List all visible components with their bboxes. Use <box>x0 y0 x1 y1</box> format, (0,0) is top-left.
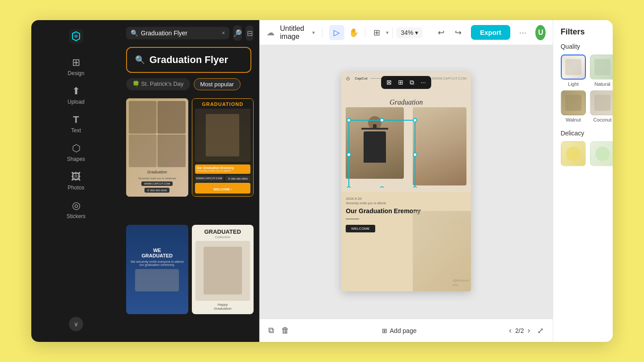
canvas-invite-text: Sincerely invite you to attend <box>346 202 466 205</box>
photos-icon: 🖼 <box>71 171 81 183</box>
canvas-logo-text: CapCut <box>355 76 367 80</box>
next-page-button[interactable]: › <box>527 326 530 335</box>
template-we-graduated: WEGRADUATED <box>142 248 173 258</box>
sidebar-item-shapes[interactable]: ⬡ Shapes <box>31 138 121 167</box>
topbar: ☁ Untitled image ▾ ▷ ✋ ⊞ ▾ 34% ▾ ↩ <box>259 20 553 45</box>
zoom-value: 34% <box>401 29 413 36</box>
quality-label: Quality <box>560 43 613 50</box>
delicacy-label: Delicacy <box>560 130 613 137</box>
handle-br[interactable] <box>413 186 417 188</box>
image-search-button[interactable]: 🔎 <box>233 25 242 41</box>
canvas-wrapper: ⊠ ⊞ ⧉ ··· CapCut <box>341 72 471 291</box>
sidebar: ⊞ Design ⬆ Upload T Text ⬡ Shapes 🖼 Phot… <box>31 20 121 342</box>
template-graduation-text: GRADUATIOND <box>195 101 251 107</box>
canvas-overlay-photo: Afternoontea. <box>413 211 471 291</box>
add-page-icon: ⊞ <box>382 327 387 334</box>
more-options-button[interactable]: ··· <box>516 27 530 38</box>
search-input[interactable] <box>141 29 219 37</box>
export-button[interactable]: Export <box>471 25 510 40</box>
sidebar-expand-button[interactable]: ∨ <box>69 317 83 331</box>
canvas-website-text: WWW.CAPCUT.COM <box>432 76 466 80</box>
template-card-2[interactable]: GRADUATIOND Our Graduation Eremony Since… <box>192 98 254 197</box>
add-page-button[interactable]: ⊞ Add page <box>382 327 417 334</box>
filters-panel: Filters × Quality Light Natural <box>553 20 613 342</box>
handle-tm[interactable] <box>380 118 384 122</box>
canvas-main-photo <box>341 107 471 188</box>
filter-thumb-natural <box>590 55 613 80</box>
handle-bl[interactable] <box>347 186 351 188</box>
filter-walnut[interactable]: Walnut <box>560 90 586 122</box>
sidebar-item-label: Upload <box>68 99 85 105</box>
filter-delicacy-2[interactable] <box>589 141 613 166</box>
filter-name-walnut: Walnut <box>566 117 581 122</box>
template-card-3[interactable]: WEGRADUATED We sincerely invite everyone… <box>126 225 188 314</box>
template-card-4[interactable]: GRADUATED Collection HappyGraduation <box>192 225 254 314</box>
tag-most-popular[interactable]: Most popular <box>194 78 241 90</box>
pagination: ‹ 2/2 › <box>509 326 530 335</box>
flip-tool-button[interactable]: ⧉ <box>408 78 416 87</box>
select-tool-button[interactable]: ▷ <box>329 25 344 40</box>
filter-name-coconut: Coconut <box>593 117 611 122</box>
template-panel: 🔍 × 🔎 ⊟ 🔍 Graduation Flyer 🍀 St. Patrick… <box>121 20 259 342</box>
sidebar-item-text[interactable]: T Text <box>31 109 121 138</box>
canvas-area: ⊠ ⊞ ⧉ ··· CapCut <box>259 45 553 319</box>
layout-tool-button[interactable]: ⊞ <box>369 25 384 40</box>
prev-page-button[interactable]: ‹ <box>509 326 512 335</box>
tooltip-search-icon: 🔍 <box>135 55 145 65</box>
filter-thumb-walnut <box>561 90 586 115</box>
filters-header: Filters × <box>560 27 613 37</box>
handle-ml[interactable] <box>347 152 351 157</box>
filter-name-light: Light <box>568 81 579 87</box>
redo-button[interactable]: ↪ <box>450 25 466 40</box>
filter-light[interactable]: Light <box>560 55 586 87</box>
fullscreen-button[interactable]: ⤢ <box>537 326 544 336</box>
sidebar-item-stickers[interactable]: ◎ Stickers <box>31 195 121 224</box>
text-icon: T <box>73 114 79 126</box>
tooltip-search-text: Graduation Flyer <box>149 54 228 66</box>
page-info: 2/2 <box>515 327 524 334</box>
sidebar-item-photos[interactable]: 🖼 Photos <box>31 167 121 195</box>
more-element-options[interactable]: ··· <box>419 78 428 87</box>
user-avatar[interactable]: U <box>535 25 546 40</box>
filter-thumb-del2 <box>590 141 613 166</box>
canvas-date: 2024.6.20 <box>346 197 466 201</box>
handle-tl[interactable] <box>347 118 351 122</box>
sidebar-item-upload[interactable]: ⬆ Upload <box>31 81 121 109</box>
zoom-chevron-icon: ▾ <box>415 29 418 36</box>
sidebar-item-design[interactable]: ⊞ Design <box>31 52 121 81</box>
search-input-wrapper[interactable]: 🔍 × <box>126 27 229 39</box>
document-title[interactable]: Untitled image ▾ <box>280 25 315 41</box>
sidebar-item-label: Shapes <box>67 156 85 162</box>
search-clear-button[interactable]: × <box>222 30 225 36</box>
duplicate-page-button[interactable]: ⧉ <box>268 326 274 335</box>
filter-coconut[interactable]: Coconut <box>589 90 613 122</box>
tag-st-patricks[interactable]: 🍀 St. Patrick's Day <box>126 78 190 90</box>
canvas-welcome-button[interactable]: WELCOME <box>346 225 375 232</box>
filter-delicacy-1[interactable] <box>560 141 586 166</box>
tool-divider <box>365 27 365 38</box>
canvas-selection-box[interactable] <box>348 120 415 188</box>
template-card-1[interactable]: Graduation Sincerely invite you to celeb… <box>126 98 188 197</box>
undo-button[interactable]: ↩ <box>433 25 449 40</box>
delete-page-button[interactable]: 🗑 <box>281 326 289 335</box>
filter-button[interactable]: ⊟ <box>246 25 254 41</box>
search-bar: 🔍 × 🔎 ⊟ <box>121 20 259 44</box>
stickers-icon: ◎ <box>72 200 80 211</box>
align-tool-button[interactable]: ⊞ <box>396 78 405 87</box>
tags-row: 🍀 St. Patrick's Day Most popular <box>121 78 259 95</box>
handle-bm[interactable] <box>380 186 384 188</box>
filter-natural[interactable]: Natural <box>589 55 613 87</box>
hand-tool-button[interactable]: ✋ <box>346 25 361 40</box>
cloud-icon: ☁ <box>267 28 275 38</box>
zoom-control[interactable]: 34% ▾ <box>396 27 423 38</box>
handle-mr[interactable] <box>413 152 417 157</box>
app-logo[interactable] <box>67 27 85 45</box>
quality-filter-grid: Light Natural Apricot <box>560 55 613 122</box>
undo-redo-controls: ↩ ↪ <box>433 25 466 40</box>
crop-tool-button[interactable]: ⊠ <box>385 78 394 87</box>
delicacy-filter-grid <box>560 141 613 166</box>
sidebar-item-label: Photos <box>68 185 84 191</box>
title-text: Untitled image <box>280 25 309 41</box>
canvas-logo: CapCut <box>346 76 367 80</box>
canvas-card[interactable]: ⊠ ⊞ ⧉ ··· CapCut <box>341 72 471 291</box>
